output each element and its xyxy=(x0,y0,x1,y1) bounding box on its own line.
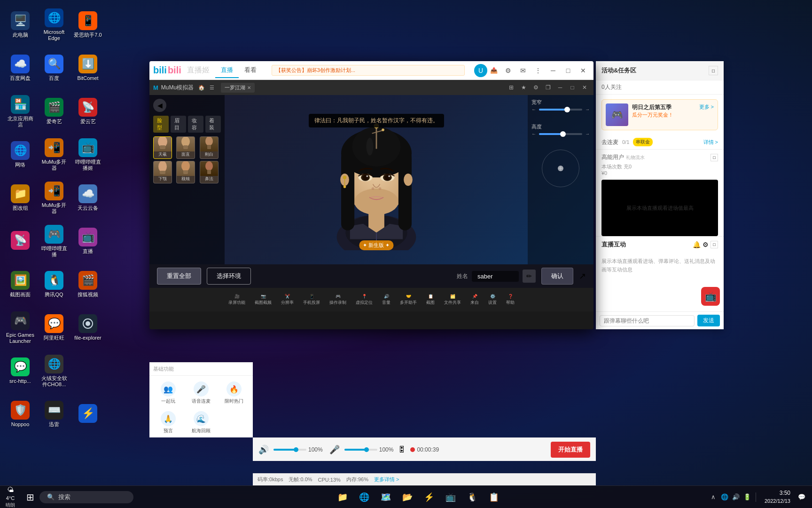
tray-expand[interactable]: ∧ xyxy=(709,492,718,502)
mumu-star-icon[interactable]: ★ xyxy=(518,82,529,93)
icon-bili-live2[interactable]: 🎮 哔哩哔哩直播 xyxy=(38,220,70,262)
volume-track[interactable] xyxy=(273,449,306,451)
maximize-button[interactable]: □ xyxy=(562,64,575,77)
live-badge-icon[interactable]: 📺 xyxy=(701,287,720,306)
start-button[interactable]: ⊞ xyxy=(21,488,39,507)
settings2-icon[interactable]: ⚙ xyxy=(703,241,709,248)
mumu-min-btn[interactable]: ─ xyxy=(555,82,565,93)
tool-multi[interactable]: 🤝 多开助手 xyxy=(400,294,417,306)
search-bar[interactable]: 🔍 搜索 xyxy=(39,491,133,503)
tool-snap[interactable]: 📋 截图 xyxy=(426,294,435,306)
face-preset-3[interactable]: 刚白 xyxy=(200,136,219,159)
crosshair-control[interactable]: + xyxy=(542,150,579,187)
icon-computer[interactable]: 🖥️ 此电脑 xyxy=(4,4,37,46)
taskbar-app-files[interactable]: 📂 xyxy=(398,489,417,506)
mumu-setting-icon[interactable]: ⚙ xyxy=(531,82,541,93)
tray-battery[interactable]: 🔋 xyxy=(742,492,752,502)
icon-ali[interactable]: 💬 阿里旺旺 xyxy=(38,307,70,349)
mumu-expand-icon[interactable]: ⊞ xyxy=(506,82,516,93)
taskbar-app-qq[interactable]: 🐧 xyxy=(462,489,482,506)
icon-thunder[interactable]: ⚡ xyxy=(71,393,104,436)
mail-icon[interactable]: ✉ xyxy=(516,64,530,77)
reset-all-button[interactable]: 重置全部 xyxy=(157,268,201,285)
func-predict[interactable]: 🙏 预言 xyxy=(152,408,184,437)
taskbar-app-bili[interactable]: 📺 xyxy=(441,489,461,506)
tool-file[interactable]: 🗂️ 文件共享 xyxy=(444,294,461,306)
tool-volume[interactable]: 🔊 音量 xyxy=(382,294,390,306)
clock-display[interactable]: 3:50 2022/12/13 xyxy=(761,489,794,505)
icon-screenshot[interactable]: 🖼️ 截图画面 xyxy=(4,263,37,306)
icon-baidu-search[interactable]: 🔍 百度 xyxy=(38,47,70,89)
icon-bili-live[interactable]: 📺 哔哩哔哩直播姬 xyxy=(71,134,104,176)
icon-qq[interactable]: 🐧 腾讯QQ xyxy=(38,263,70,306)
icon-app-store[interactable]: 🏪 北京应用商店 xyxy=(4,90,37,133)
icon-epic[interactable]: 🎮 Epic Games Launcher xyxy=(4,307,37,349)
func-together[interactable]: 👥 一起玩 xyxy=(152,379,184,407)
func-voice[interactable]: 🎤 语音连麦 xyxy=(185,379,217,407)
icon-baidu-net[interactable]: ☁️ 百度网盘 xyxy=(4,47,37,89)
checkin-label[interactable]: 去连麦 xyxy=(601,138,618,146)
tab-face[interactable]: 脸型 xyxy=(153,116,169,133)
face-preset-1[interactable]: 天羲 xyxy=(153,136,172,159)
tool-help[interactable]: ❓ 帮助 xyxy=(506,294,515,306)
tab-watch[interactable]: 看看 xyxy=(239,63,262,78)
steam-icon[interactable]: file-explorer xyxy=(71,307,104,349)
game-tab-close[interactable]: ✕ xyxy=(247,85,251,90)
minimize-button[interactable]: ─ xyxy=(547,64,560,77)
icon-iqiyi[interactable]: 🎬 爱奇艺 xyxy=(38,90,70,133)
name-input[interactable]: saber xyxy=(472,271,519,282)
tray-volume[interactable]: 🔊 xyxy=(731,492,741,502)
choose-env-button[interactable]: 选择环境 xyxy=(207,268,251,285)
bell-icon[interactable]: 🔔 xyxy=(693,241,701,248)
icon-mumu[interactable]: 📲 MuMu多开器 xyxy=(38,134,70,176)
tool-cast[interactable]: 📱 手机投屏 xyxy=(303,294,320,306)
icon-src[interactable]: 🌐 火绒安全软件CHO8... xyxy=(38,350,70,392)
close-button[interactable]: ✕ xyxy=(577,64,590,77)
notification-icon[interactable]: 💬 xyxy=(797,492,806,502)
tab-outfit[interactable]: 着装 xyxy=(205,116,221,133)
more-link[interactable]: 更多 > xyxy=(699,103,714,111)
confirm-button[interactable]: 确认 xyxy=(541,268,573,285)
interact-expand-icon[interactable]: □ xyxy=(710,241,718,248)
tuning-icon[interactable]: 🎛 xyxy=(398,445,406,454)
face-preset-6[interactable]: 鼻法 xyxy=(200,161,219,183)
mumu-resize-icon[interactable]: ❐ xyxy=(543,82,553,93)
func-hot[interactable]: 🔥 限时热门 xyxy=(218,379,250,407)
mumu-close-btn[interactable]: ✕ xyxy=(579,82,590,93)
face-preset-4[interactable]: 下颚 xyxy=(153,161,172,183)
icon-360sec[interactable]: 🛡️ Noppoo xyxy=(4,393,37,436)
mumu-menu-icon[interactable]: ☰ xyxy=(210,85,214,91)
start-live-button[interactable]: 开始直播 xyxy=(551,442,590,458)
mumu-home-icon[interactable]: 🏠 xyxy=(198,85,205,91)
icon-cloud[interactable]: ☁️ 天云云备 xyxy=(71,177,104,219)
tab-brow[interactable]: 眉目 xyxy=(171,116,186,133)
tool-from[interactable]: 📌 来自 xyxy=(470,294,479,306)
settings-icon[interactable]: ⚙ xyxy=(501,64,515,77)
taskbar-app-file[interactable]: 📁 xyxy=(333,489,352,506)
icon-sohu[interactable]: 🎬 搜狐视频 xyxy=(71,263,104,306)
tool-settings[interactable]: ⚙️ 设置 xyxy=(488,294,497,306)
face-preset-2[interactable]: 面直 xyxy=(176,136,195,159)
chat-input[interactable] xyxy=(600,315,695,326)
gift-expand-icon[interactable]: □ xyxy=(710,154,718,161)
preset-left-icon[interactable]: ◀ xyxy=(153,99,166,112)
icon-noppoo[interactable]: ⌨️ 迅雷 xyxy=(38,393,70,436)
taskbar-app-task[interactable]: 📋 xyxy=(484,489,504,506)
icon-folder-main[interactable]: 📁 图改组 xyxy=(4,177,37,219)
tool-resolution[interactable]: ✂️ 分辨率 xyxy=(281,294,294,306)
mic-track[interactable] xyxy=(344,449,377,451)
panel-expand-icon[interactable]: □ xyxy=(709,66,718,75)
name-edit-icon[interactable]: ✏ xyxy=(523,270,536,283)
mumu-max-btn[interactable]: □ xyxy=(567,82,578,93)
tool-macro[interactable]: 🎮 操作录制 xyxy=(329,294,346,306)
taskbar-app-maps[interactable]: 🗺️ xyxy=(376,489,396,506)
icon-ai-assistant[interactable]: 📱 爱思助手7.0 xyxy=(71,4,104,46)
icon-live-app[interactable]: 📡 xyxy=(4,220,37,262)
icon-network[interactable]: 🌐 网络 xyxy=(4,134,37,176)
more-icon[interactable]: ⋮ xyxy=(531,64,545,77)
tab-live[interactable]: 直播 xyxy=(215,63,239,78)
icon-mumu2[interactable]: 📲 MuMu多开器 xyxy=(38,177,70,219)
tool-screenshot[interactable]: 📷 截图截频 xyxy=(255,294,272,306)
face-preset-5[interactable]: 额颊 xyxy=(176,161,195,183)
icon-wechat[interactable]: 💬 src-http... xyxy=(4,350,37,392)
